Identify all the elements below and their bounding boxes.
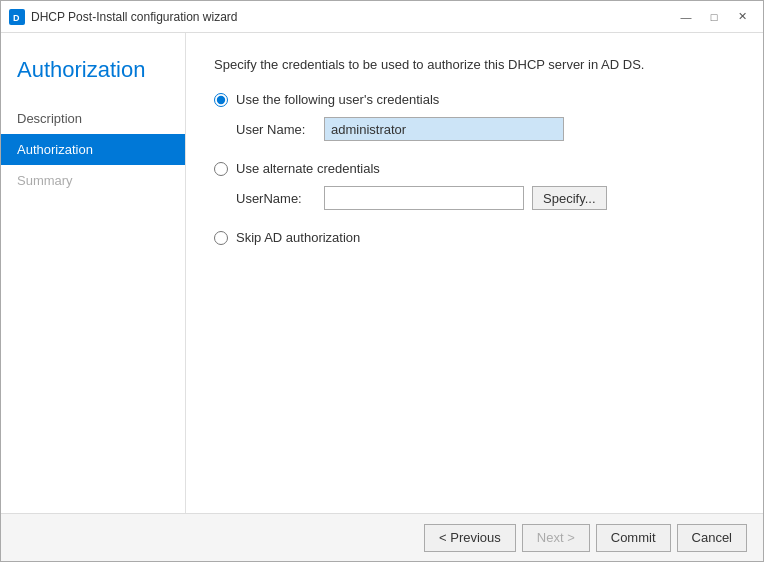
next-button[interactable]: Next > bbox=[522, 524, 590, 552]
content-area: Authorization Description Authorization … bbox=[1, 33, 763, 513]
alternate-username-input[interactable] bbox=[324, 186, 524, 210]
radio-label-skip[interactable]: Skip AD authorization bbox=[214, 230, 735, 245]
radio-label-current[interactable]: Use the following user's credentials bbox=[214, 92, 735, 107]
alternate-user-field-row: UserName: Specify... bbox=[236, 186, 735, 210]
option-use-alternate: Use alternate credentials UserName: Spec… bbox=[214, 161, 735, 210]
radio-use-current[interactable] bbox=[214, 93, 228, 107]
page-title: Authorization bbox=[1, 49, 185, 103]
window-controls: — □ ✕ bbox=[673, 7, 755, 27]
right-panel: Specify the credentials to be used to au… bbox=[186, 33, 763, 513]
radio-current-label: Use the following user's credentials bbox=[236, 92, 439, 107]
app-icon: D bbox=[9, 9, 25, 25]
radio-alternate-label: Use alternate credentials bbox=[236, 161, 380, 176]
close-button[interactable]: ✕ bbox=[729, 7, 755, 27]
window-title: DHCP Post-Install configuration wizard bbox=[31, 10, 673, 24]
radio-skip-label: Skip AD authorization bbox=[236, 230, 360, 245]
nav-item-authorization[interactable]: Authorization bbox=[1, 134, 185, 165]
option-skip-auth: Skip AD authorization bbox=[214, 230, 735, 245]
instruction-text: Specify the credentials to be used to au… bbox=[214, 57, 735, 72]
option-use-current: Use the following user's credentials Use… bbox=[214, 92, 735, 141]
footer: < Previous Next > Commit Cancel bbox=[1, 513, 763, 561]
main-window: D DHCP Post-Install configuration wizard… bbox=[0, 0, 764, 562]
alternate-user-label: UserName: bbox=[236, 191, 316, 206]
current-user-field-row: User Name: bbox=[236, 117, 735, 141]
svg-text:D: D bbox=[13, 13, 20, 23]
left-panel: Authorization Description Authorization … bbox=[1, 33, 186, 513]
nav-item-summary: Summary bbox=[1, 165, 185, 196]
current-username-input[interactable] bbox=[324, 117, 564, 141]
commit-button[interactable]: Commit bbox=[596, 524, 671, 552]
cancel-button[interactable]: Cancel bbox=[677, 524, 747, 552]
current-user-label: User Name: bbox=[236, 122, 316, 137]
radio-skip-auth[interactable] bbox=[214, 231, 228, 245]
specify-button[interactable]: Specify... bbox=[532, 186, 607, 210]
radio-label-alternate[interactable]: Use alternate credentials bbox=[214, 161, 735, 176]
maximize-button[interactable]: □ bbox=[701, 7, 727, 27]
nav-item-description[interactable]: Description bbox=[1, 103, 185, 134]
title-bar: D DHCP Post-Install configuration wizard… bbox=[1, 1, 763, 33]
previous-button[interactable]: < Previous bbox=[424, 524, 516, 552]
radio-use-alternate[interactable] bbox=[214, 162, 228, 176]
minimize-button[interactable]: — bbox=[673, 7, 699, 27]
